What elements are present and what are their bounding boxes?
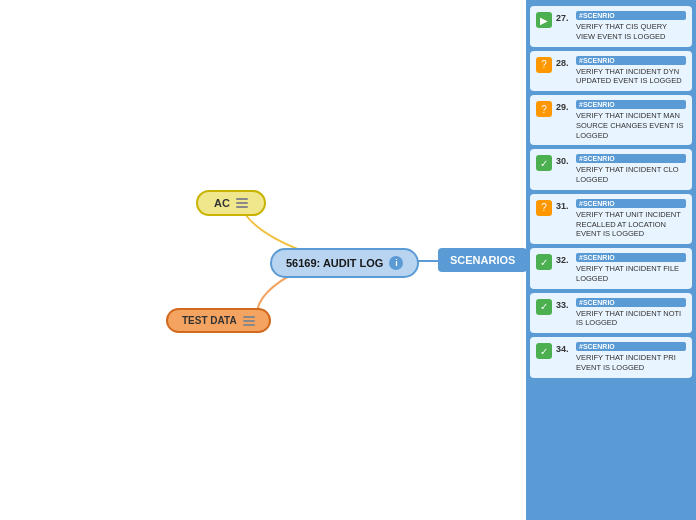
scenario-item[interactable]: ✓ 33. #SCENRIO VERIFY THAT INCIDENT NOTI… (530, 293, 692, 334)
pin-icon: i (389, 256, 403, 270)
testdata-expand-icon[interactable] (243, 316, 255, 326)
scenario-tag: #SCENRIO (576, 199, 686, 208)
scenario-tag: #SCENRIO (576, 342, 686, 351)
mindmap-area: 56169: AUDIT LOG i SCENARIOS AC TEST DAT… (0, 0, 530, 520)
scenario-item[interactable]: ? 28. #SCENRIO VERIFY THAT INCIDENT DYN … (530, 51, 692, 92)
scenario-text: VERIFY THAT INCIDENT FILE LOGGED (576, 264, 686, 284)
scenario-text: VERIFY THAT INCIDENT PRI EVENT IS LOGGED (576, 353, 686, 373)
right-panel: ▶ 27. #SCENRIO VERIFY THAT CIS QUERY VIE… (526, 0, 696, 520)
scenario-text: VERIFY THAT INCIDENT DYN UPDATED EVENT I… (576, 67, 686, 87)
scenario-tag: #SCENRIO (576, 253, 686, 262)
scenario-tag: #SCENRIO (576, 56, 686, 65)
testdata-label: TEST DATA (182, 315, 237, 326)
scenario-text: VERIFY THAT INCIDENT MAN SOURCE CHANGES … (576, 111, 686, 140)
scenarios-label: SCENARIOS (450, 254, 515, 266)
ac-label: AC (214, 197, 230, 209)
scenario-number: 30. (556, 156, 572, 166)
scenario-item[interactable]: ✓ 30. #SCENRIO VERIFY THAT INCIDENT CLO … (530, 149, 692, 190)
scenario-tag: #SCENRIO (576, 154, 686, 163)
scenarios-node[interactable]: SCENARIOS (438, 248, 527, 272)
scenarios-list[interactable]: ▶ 27. #SCENRIO VERIFY THAT CIS QUERY VIE… (526, 0, 696, 520)
scenario-status-icon: ▶ (536, 12, 552, 28)
central-node-label: 56169: AUDIT LOG (286, 257, 383, 269)
scenario-item[interactable]: ? 31. #SCENRIO VERIFY THAT UNIT INCIDENT… (530, 194, 692, 244)
central-node[interactable]: 56169: AUDIT LOG i (270, 248, 419, 278)
scenario-tag: #SCENRIO (576, 298, 686, 307)
scenario-text: VERIFY THAT INCIDENT CLO LOGGED (576, 165, 686, 185)
scenario-status-icon: ✓ (536, 299, 552, 315)
scenario-number: 33. (556, 300, 572, 310)
ac-expand-icon[interactable] (236, 198, 248, 208)
scenario-tag: #SCENRIO (576, 11, 686, 20)
scenario-status-icon: ? (536, 200, 552, 216)
scenario-status-icon: ? (536, 101, 552, 117)
scenario-status-icon: ? (536, 57, 552, 73)
scenario-item[interactable]: ? 29. #SCENRIO VERIFY THAT INCIDENT MAN … (530, 95, 692, 145)
ac-node[interactable]: AC (196, 190, 266, 216)
scenario-number: 34. (556, 344, 572, 354)
scenario-status-icon: ✓ (536, 155, 552, 171)
scenario-number: 29. (556, 102, 572, 112)
scenario-item[interactable]: ✓ 32. #SCENRIO VERIFY THAT INCIDENT FILE… (530, 248, 692, 289)
scenario-text: VERIFY THAT INCIDENT NOTI IS LOGGED (576, 309, 686, 329)
testdata-node[interactable]: TEST DATA (166, 308, 271, 333)
scenario-number: 28. (556, 58, 572, 68)
scenario-status-icon: ✓ (536, 254, 552, 270)
scenario-item[interactable]: ▶ 27. #SCENRIO VERIFY THAT CIS QUERY VIE… (530, 6, 692, 47)
scenario-item[interactable]: ✓ 34. #SCENRIO VERIFY THAT INCIDENT PRI … (530, 337, 692, 378)
scenario-text: VERIFY THAT CIS QUERY VIEW EVENT IS LOGG… (576, 22, 686, 42)
scenario-number: 31. (556, 201, 572, 211)
scenario-number: 32. (556, 255, 572, 265)
scenario-tag: #SCENRIO (576, 100, 686, 109)
scenario-text: VERIFY THAT UNIT INCIDENT RECALLED AT LO… (576, 210, 686, 239)
scenario-status-icon: ✓ (536, 343, 552, 359)
scenario-number: 27. (556, 13, 572, 23)
